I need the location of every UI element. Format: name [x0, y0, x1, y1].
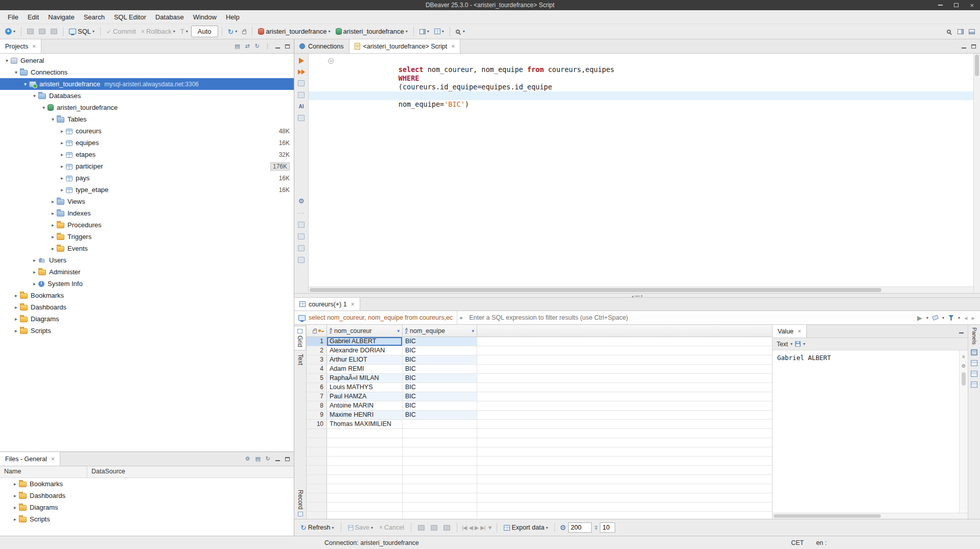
maximize-panel-icon[interactable] — [285, 457, 290, 461]
cancel-button[interactable]: ×Cancel — [377, 523, 406, 532]
metadata-panel-icon[interactable] — [971, 371, 977, 377]
delete-row-button[interactable] — [441, 524, 452, 532]
cell-nom-coureur[interactable]: Louis MATHYS — [327, 383, 403, 392]
log-file-icon[interactable] — [298, 222, 305, 228]
maximize-icon[interactable] — [954, 3, 959, 7]
cell-nom-equipe[interactable]: BIC — [403, 411, 477, 419]
tab-coureurs-result[interactable]: coureurs(+) 1 × — [294, 298, 360, 311]
tree-item-views[interactable]: ▸Views — [0, 196, 294, 207]
filter-expression-input[interactable] — [464, 314, 912, 321]
menu-search[interactable]: Search — [79, 12, 109, 22]
column-header-nom-coureur[interactable]: AZ nom_coureur ▾ — [327, 325, 403, 337]
tree-item-indexes[interactable]: ▸Indexes — [0, 207, 294, 219]
expander-icon[interactable]: ▸ — [11, 516, 19, 522]
nav-back-icon[interactable]: ◂ — [964, 314, 968, 322]
tx-tool-1[interactable] — [25, 28, 36, 35]
tx-tool-2[interactable] — [37, 28, 48, 35]
grid-empty-row[interactable] — [307, 484, 772, 493]
menu-edit[interactable]: Edit — [23, 12, 43, 22]
transaction-mode-button[interactable]: T▾ — [178, 27, 190, 36]
menu-database[interactable]: Database — [151, 12, 189, 22]
tree-item-table-participer[interactable]: ▸participer176K — [0, 160, 294, 172]
menu-navigate[interactable]: Navigate — [43, 12, 79, 22]
tree-item-triggers[interactable]: ▸Triggers — [0, 231, 294, 243]
menu-sql-editor[interactable]: SQL Editor — [109, 12, 151, 22]
minimize-panel-icon[interactable] — [275, 460, 280, 461]
rollback-button[interactable]: ×Rollback▾ — [139, 27, 177, 36]
refresh-button[interactable]: ↻Refresh▾ — [298, 523, 336, 532]
grid-corner-cell[interactable] — [307, 325, 327, 337]
filter-source[interactable]: select nom_coureur, nom_equipe from cour… — [294, 311, 457, 324]
view-menu-icon[interactable]: ⋮ — [265, 43, 270, 50]
quick-search-button[interactable] — [945, 29, 954, 35]
grid-row-7[interactable]: 7 Paul HAMZA BIC — [307, 392, 772, 401]
calc-panel-icon[interactable] — [971, 360, 977, 366]
close-icon[interactable]: × — [351, 301, 355, 308]
expander-icon[interactable]: ▸ — [49, 210, 57, 216]
auto-commit-button[interactable]: Auto — [191, 26, 218, 37]
tree-item-dashboards[interactable]: ▸Dashboards — [0, 301, 294, 313]
prev-page-icon[interactable]: ◀ — [469, 524, 472, 531]
toggle-right-panel-button[interactable] — [955, 28, 966, 35]
expander-icon[interactable]: ▾ — [31, 93, 38, 99]
menu-help[interactable]: Help — [221, 12, 244, 22]
export-data-button[interactable]: Export data▾ — [502, 523, 550, 532]
fetch-size-input[interactable] — [568, 522, 592, 533]
fetch-next-icon[interactable]: ▼ — [487, 524, 493, 531]
tree-item-procedures[interactable]: ▸Procedures — [0, 219, 294, 231]
code-line-5[interactable]: nom_equipe='BIC') — [309, 91, 973, 100]
script-tool-icon[interactable] — [298, 115, 305, 121]
grid-empty-row[interactable] — [307, 512, 772, 519]
column-menu-icon[interactable]: ▾ — [397, 328, 400, 333]
tab-projects[interactable]: Projects × — [0, 39, 41, 53]
row-number[interactable]: 7 — [307, 392, 327, 401]
maximize-panel-icon[interactable] — [285, 44, 290, 49]
segment-size-input[interactable] — [600, 522, 615, 533]
commit-button[interactable]: ✓Commit — [104, 27, 138, 36]
grid-empty-row[interactable] — [307, 466, 772, 475]
tree-item-database-aristeri[interactable]: ▾aristeri_tourdefrance — [0, 102, 294, 113]
connection-selector[interactable]: aristeri_tourdefrance▾ — [256, 27, 332, 36]
file-item-diagrams[interactable]: ▸Diagrams — [0, 502, 294, 513]
refresh-tree-icon[interactable]: ↻ — [255, 43, 260, 50]
collapse-all-icon[interactable]: ▤ — [235, 43, 240, 50]
row-number[interactable]: 10 — [307, 420, 327, 428]
editor-horizontal-scrollbar[interactable] — [309, 287, 973, 293]
cell-nom-coureur[interactable]: Adam REMI — [327, 365, 403, 373]
grid-empty-row[interactable] — [307, 493, 772, 503]
close-icon[interactable]: × — [51, 456, 55, 463]
expander-icon[interactable]: ▸ — [58, 163, 66, 169]
tree-item-table-type-etape[interactable]: ▸type_etape16K — [0, 184, 294, 196]
cell-nom-equipe[interactable]: BIC — [403, 383, 477, 392]
tree-item-databases[interactable]: ▾Databases — [0, 90, 294, 102]
minimize-panel-icon[interactable] — [959, 332, 964, 333]
save-value-icon[interactable] — [795, 341, 801, 347]
column-header-name[interactable]: Name — [0, 466, 87, 478]
file-item-dashboards[interactable]: ▸Dashboards — [0, 490, 294, 502]
collapse-all-icon[interactable]: ▤ — [255, 456, 260, 462]
expander-icon[interactable]: ▸ — [58, 128, 66, 134]
tree-item-table-etapes[interactable]: ▸etapes32K — [0, 149, 294, 160]
grid-empty-row[interactable] — [307, 429, 772, 438]
row-number[interactable]: 1 — [307, 337, 327, 346]
grid-row-6[interactable]: 6 Louis MATHYS BIC — [307, 383, 772, 392]
code-line-2[interactable]: WHERE — [309, 65, 973, 74]
expander-icon[interactable]: ▸ — [11, 505, 19, 510]
filter-history-icon[interactable]: ▾ — [926, 316, 928, 320]
cell-nom-coureur[interactable]: Paul HAMZA — [327, 392, 403, 401]
database-selector[interactable]: aristeri_tourdefrance▾ — [334, 27, 410, 36]
clear-filter-icon[interactable] — [932, 315, 939, 320]
duplicate-row-button[interactable] — [429, 524, 439, 532]
value-settings-icon[interactable]: ⚙ — [962, 363, 966, 369]
first-page-icon[interactable]: |◀ — [462, 524, 466, 531]
expander-icon[interactable]: ▸ — [31, 269, 38, 275]
menu-file[interactable]: File — [3, 12, 23, 22]
save-button[interactable]: Save▾ — [346, 523, 376, 532]
new-sql-editor-button[interactable]: SQL▾ — [67, 27, 97, 36]
sql-code-area[interactable]: select nom_coureur, nom_equipe from cour… — [309, 54, 973, 287]
apply-filter-icon[interactable]: ▶ — [917, 314, 922, 322]
cell-nom-coureur[interactable]: Maxime HENRI — [327, 411, 403, 419]
grid-empty-row[interactable] — [307, 438, 772, 447]
filter-dropdown-icon[interactable]: ▾ — [958, 316, 960, 320]
row-number[interactable]: 8 — [307, 401, 327, 410]
